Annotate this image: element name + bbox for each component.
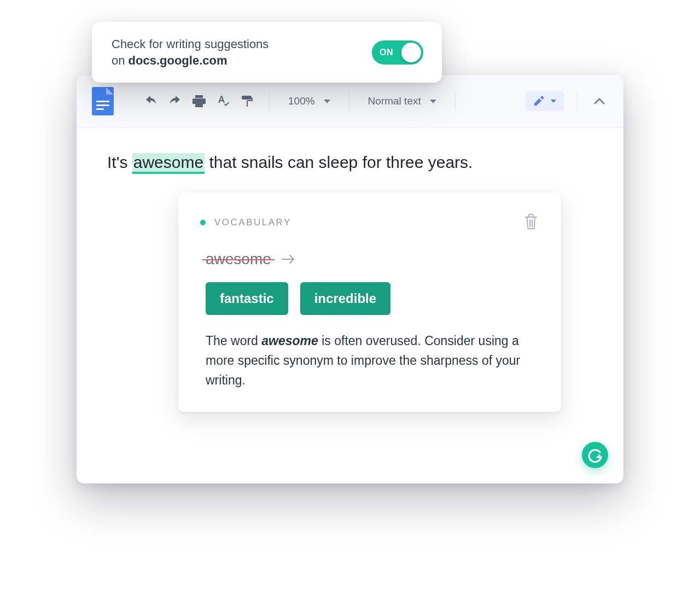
arrow-right-icon — [281, 253, 295, 265]
document-window: 100% Normal text It's awesome that sn — [77, 75, 623, 483]
document-body[interactable]: It's awesome that snails can sleep for t… — [77, 128, 623, 483]
dismiss-suggestion-button[interactable] — [522, 211, 540, 234]
highlighted-word[interactable]: awesome — [132, 153, 205, 174]
spellcheck-button[interactable] — [214, 92, 232, 110]
toolbar: 100% Normal text — [77, 75, 623, 128]
spellcheck-icon — [217, 95, 230, 108]
document-sentence[interactable]: It's awesome that snails can sleep for t… — [107, 151, 593, 174]
paint-roller-icon — [241, 95, 254, 108]
toolbar-divider — [269, 92, 270, 110]
collapse-button[interactable] — [591, 92, 608, 110]
suggestion-card: VOCABULARY awesome fantastic incredible … — [178, 193, 561, 412]
sentence-before: It's — [107, 153, 132, 171]
chevron-up-icon — [594, 98, 605, 104]
suggestion-header: VOCABULARY — [200, 211, 540, 234]
toggle-label: ON — [380, 48, 393, 57]
original-word: awesome — [206, 250, 271, 268]
explain-word: awesome — [261, 334, 318, 348]
toolbar-divider — [455, 92, 456, 110]
extension-domain: docs.google.com — [129, 54, 228, 67]
extension-on-prefix: on — [112, 54, 129, 67]
undo-icon — [144, 96, 158, 107]
suggestion-explanation: The word awesome is often overused. Cons… — [206, 331, 540, 390]
redo-button[interactable] — [166, 92, 184, 110]
style-select[interactable]: Normal text — [363, 95, 442, 107]
toolbar-divider — [577, 92, 578, 110]
toolbar-divider — [349, 92, 349, 110]
pencil-icon — [533, 96, 544, 107]
alternative-chip[interactable]: incredible — [300, 282, 390, 315]
chevron-down-icon — [430, 100, 436, 103]
original-word-row: awesome — [206, 250, 540, 268]
paint-format-button[interactable] — [238, 92, 256, 110]
suggestions-toggle[interactable]: ON — [372, 40, 423, 65]
trash-icon — [524, 213, 538, 230]
editing-mode-button[interactable] — [526, 91, 564, 111]
category-label: VOCABULARY — [214, 217, 291, 228]
extension-text: Check for writing suggestions on docs.go… — [112, 36, 269, 68]
category-dot-icon — [200, 220, 206, 225]
redo-icon — [168, 96, 182, 107]
extension-prefix: Check for writing suggestions — [112, 37, 269, 51]
undo-button[interactable] — [142, 92, 160, 110]
zoom-value: 100% — [288, 95, 315, 107]
toggle-knob — [401, 43, 421, 62]
sentence-after: that snails can sleep for three years. — [205, 153, 472, 171]
zoom-select[interactable]: 100% — [283, 95, 336, 107]
grammarly-badge[interactable] — [582, 442, 608, 468]
explain-before: The word — [206, 334, 261, 348]
print-button[interactable] — [190, 92, 208, 110]
chevron-down-icon — [551, 100, 556, 103]
print-icon — [192, 95, 206, 107]
alternative-chip[interactable]: fantastic — [206, 282, 288, 315]
suggestion-category: VOCABULARY — [200, 217, 291, 228]
chevron-down-icon — [324, 100, 330, 103]
google-docs-icon[interactable] — [92, 87, 114, 115]
alternative-chips: fantastic incredible — [206, 282, 540, 315]
style-value: Normal text — [368, 95, 421, 107]
grammarly-icon — [587, 447, 603, 463]
extension-popup: Check for writing suggestions on docs.go… — [92, 22, 442, 83]
